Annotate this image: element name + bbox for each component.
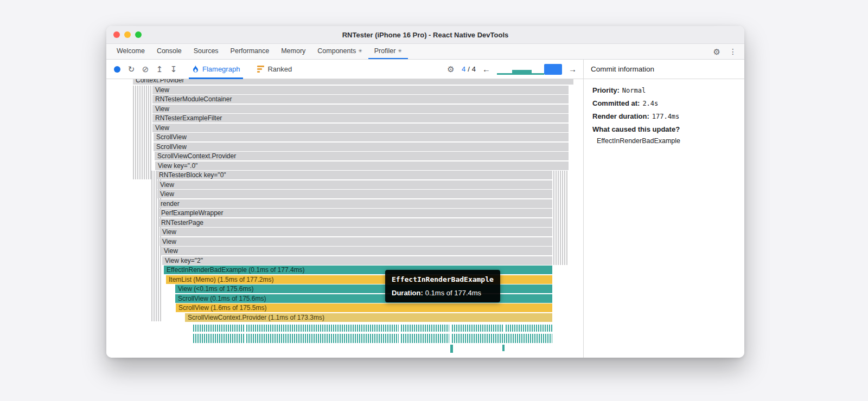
window-title: RNTester (iPhone 16 Pro) - React Native … (106, 31, 744, 39)
react-badge-icon: ✳ (358, 48, 362, 54)
profiler-settings-button[interactable]: ⚙ (444, 63, 457, 76)
ranked-view-tab[interactable]: Ranked (252, 60, 297, 79)
commit-info-header: Commit information (584, 60, 744, 79)
devtools-window: RNTester (iPhone 16 Pro) - React Native … (106, 26, 744, 358)
titlebar: RNTester (iPhone 16 Pro) - React Native … (106, 26, 744, 44)
next-commit-button[interactable]: → (566, 64, 579, 74)
flamegraph-view-tab[interactable]: Flamegraph (187, 60, 245, 79)
flame-icon (192, 65, 199, 73)
right-arrow-icon: → (569, 64, 577, 74)
flame-bar[interactable]: Context.Provider (133, 79, 573, 85)
commit-info-pane: Commit information Priority:Normal Commi… (584, 60, 744, 358)
tab-performance[interactable]: Performance (225, 44, 276, 59)
flame-bar[interactable]: View key="2" (162, 256, 552, 265)
update-cause-label: What caused this update? (592, 125, 736, 133)
reload-icon: ↻ (128, 64, 135, 74)
tooltip-component-name: EffectInRenderBadExample (392, 275, 494, 283)
flame-tiny-bar[interactable] (450, 345, 453, 353)
flame-bar[interactable]: RNTesterBlock key="0" (156, 171, 552, 179)
commit-selector[interactable] (497, 64, 562, 75)
commit-counter: 4 / 4 (462, 65, 476, 73)
flame-tooltip: EffectInRenderBadExample Duration:0.1ms … (385, 270, 500, 302)
tab-welcome[interactable]: Welcome (111, 44, 151, 59)
kebab-menu-icon[interactable]: ⋮ (729, 48, 737, 55)
commit-counter-current: 4 (462, 65, 465, 73)
tiny-siblings-band (553, 171, 569, 265)
flame-bar[interactable]: View key=".0" (155, 161, 569, 170)
settings-gear-icon[interactable]: ⚙ (713, 48, 720, 56)
clear-profile-button[interactable]: ⊘ (139, 63, 152, 76)
reload-and-profile-button[interactable]: ↻ (125, 63, 138, 76)
commit-bar[interactable] (532, 73, 544, 75)
tab-console[interactable]: Console (151, 44, 188, 59)
flame-micro-bars[interactable] (452, 325, 503, 332)
react-badge-icon: ✳ (398, 48, 402, 54)
priority-line: Priority:Normal (592, 86, 736, 94)
commit-bar[interactable] (512, 70, 532, 75)
close-button[interactable] (113, 31, 120, 38)
flame-bar[interactable]: ScrollViewContext.Provider (155, 152, 569, 160)
flamegraph[interactable]: Context.ProviderViewRNTesterModuleContai… (106, 79, 583, 358)
committed-at-line: Committed at:2.4s (592, 99, 736, 107)
flame-bar[interactable]: ScrollView (154, 143, 569, 151)
tab-sources[interactable]: Sources (188, 44, 225, 59)
flame-bar[interactable]: View (157, 180, 552, 189)
flame-micro-bars[interactable] (401, 334, 449, 343)
tab-memory[interactable]: Memory (275, 44, 311, 59)
minimize-button[interactable] (124, 31, 131, 38)
tiny-siblings-band (133, 86, 151, 179)
profiler-toolbar: ↻ ⊘ ↥ ↧ Flamegraph Ranked ⚙ 4 / 4 (106, 60, 583, 79)
flame-bar[interactable]: View (159, 237, 552, 246)
flame-bar[interactable]: View (152, 86, 569, 94)
clear-icon: ⊘ (142, 64, 149, 74)
tab-components[interactable]: Components ✳ (311, 44, 368, 59)
flame-bar[interactable]: ScrollViewContext.Provider (1.1ms of 173… (185, 313, 552, 322)
traffic-lights (113, 26, 142, 43)
left-arrow-icon: ← (482, 64, 490, 74)
flame-bar[interactable]: RNTesterPage (158, 218, 552, 227)
tabbar-right-actions: ⚙ ⋮ (713, 44, 744, 59)
tooltip-duration: Duration:0.1ms of 177.4ms (392, 289, 494, 297)
gear-icon: ⚙ (447, 64, 454, 74)
flame-bar[interactable]: View (157, 190, 552, 198)
tab-profiler[interactable]: Profiler ✳ (368, 44, 408, 59)
zoom-button[interactable] (135, 31, 142, 38)
commit-counter-total: 4 (472, 65, 476, 73)
flame-bar[interactable]: View (161, 247, 552, 255)
selected-commit-bar[interactable] (544, 64, 562, 75)
flame-micro-bars[interactable] (452, 334, 552, 343)
flame-bar[interactable]: ScrollView (154, 133, 569, 141)
main-area: ↻ ⊘ ↥ ↧ Flamegraph Ranked ⚙ 4 / 4 (106, 60, 744, 358)
flame-bar[interactable]: RNTesterExampleFilter (152, 114, 569, 122)
render-duration-line: Render duration:177.4ms (592, 112, 736, 120)
flame-tiny-bar[interactable] (502, 345, 505, 351)
save-profile-button[interactable]: ↧ (167, 63, 180, 76)
record-button[interactable] (111, 63, 124, 76)
commit-bar[interactable] (497, 73, 512, 75)
flame-bar[interactable]: View (152, 124, 569, 132)
flame-micro-bars[interactable] (506, 325, 552, 332)
update-cause-component[interactable]: EffectInRenderBadExample (592, 137, 736, 145)
flame-bar[interactable]: RNTesterModuleContainer (152, 95, 569, 104)
load-profile-button[interactable]: ↥ (153, 63, 166, 76)
ranked-bars-icon (257, 66, 264, 73)
previous-commit-button[interactable]: ← (480, 64, 493, 74)
flame-micro-bars[interactable] (246, 325, 399, 332)
flame-bar[interactable]: ScrollView (1.6ms of 175.5ms) (176, 303, 552, 312)
profiler-pane: ↻ ⊘ ↥ ↧ Flamegraph Ranked ⚙ 4 / 4 (106, 60, 584, 358)
devtools-tabbar: Welcome Console Sources Performance Memo… (106, 44, 744, 60)
flame-bar[interactable]: View (159, 228, 552, 236)
upload-icon: ↥ (156, 64, 163, 74)
commit-info-body: Priority:Normal Committed at:2.4s Render… (584, 79, 744, 152)
flame-micro-bars[interactable] (246, 334, 399, 343)
flame-bar[interactable]: render (158, 199, 552, 208)
flame-micro-bars[interactable] (193, 334, 244, 343)
record-icon (114, 66, 120, 73)
flame-bar[interactable]: View (152, 105, 569, 113)
flame-micro-bars[interactable] (401, 325, 449, 332)
download-icon: ↧ (170, 64, 177, 74)
flame-micro-bars[interactable] (193, 325, 244, 332)
flame-bar[interactable]: PerfExampleWrapper (158, 209, 552, 217)
